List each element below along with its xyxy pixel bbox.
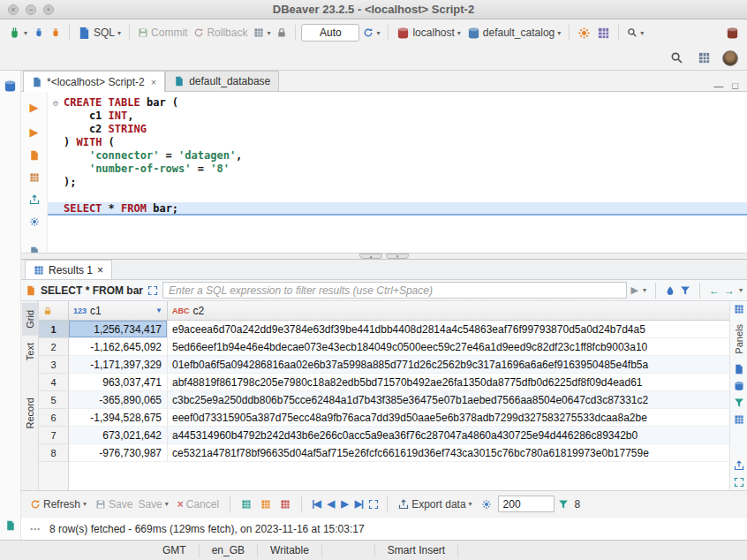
new-connection-button[interactable]: ▾ [5,25,30,42]
refresh-button[interactable]: Refresh▾ [27,496,89,512]
collapse-handle[interactable]: ▴ [359,254,382,259]
expand-query-icon[interactable] [147,285,158,296]
execute-statement-button[interactable]: ▶ [27,99,42,116]
fetch-size-input[interactable] [498,496,555,512]
status-write-mode[interactable]: Writable [258,544,322,557]
editor-settings-button[interactable] [26,215,42,229]
database-navigator-button[interactable] [1,78,19,95]
row-number[interactable]: 5 [39,391,69,409]
tab-grid[interactable]: Grid [22,303,38,336]
expand-handle[interactable]: ▾ [386,254,409,259]
filter-value-icon[interactable] [665,285,675,296]
restore-view-button[interactable] [3,518,19,533]
chevron-down-icon[interactable]: ▾ [643,286,646,294]
grouping-icon[interactable] [734,397,744,408]
cell-c1[interactable]: -1,394,528,675 [69,409,168,427]
tab-default-database[interactable]: default_database [165,71,279,91]
metadata-icon[interactable] [734,381,744,391]
table-row[interactable]: 6-1,394,528,675eeef0d73315905a387d75ecc4… [39,409,729,427]
refresh-mode-button[interactable]: ▾ [360,26,382,40]
fold-collapse-icon[interactable]: ⊖ [48,96,64,110]
cell-c2[interactable]: eeef0d73315905a387d75ecc48a9fb76aca7dd39… [168,409,729,427]
cell-c1[interactable]: -976,730,987 [69,444,168,462]
avatar[interactable] [722,50,738,66]
execute-script-button[interactable] [26,148,42,163]
edit-connection-button[interactable] [48,26,64,40]
search-button[interactable]: ▾ [624,26,646,40]
table-row[interactable]: 2-1,162,645,0925ed66eef1b94e46e4bdecae07… [39,338,729,356]
previous-page-icon[interactable]: ◀ [326,498,336,510]
history-back-icon[interactable]: ← [709,284,720,297]
status-timezone[interactable]: GMT [150,544,200,557]
rollback-button[interactable]: Rollback [191,25,250,41]
commit-mode-select[interactable]: Auto [301,24,359,42]
value-viewer-icon[interactable] [734,364,744,375]
transaction-mode-button[interactable]: ▾ [251,26,273,40]
cell-c2[interactable]: c3bc25e9a250ddb806b75cce62484a1d7b43f385… [168,391,729,409]
maximize-editor-icon[interactable]: □ [732,80,738,91]
edit-value-button[interactable] [238,497,254,511]
timezone-button[interactable] [575,25,593,42]
cell-c2[interactable]: abf48819f861798c205e7980c18a82edb5bd7157… [168,374,729,391]
active-connection-select[interactable]: localhost▾ [394,25,463,42]
titlebar[interactable]: × − + DBeaver 23.2.5 - <localhost> Scrip… [0,0,747,19]
calc-panel-icon[interactable] [734,414,744,425]
history-forward-icon[interactable]: → [724,284,735,297]
cell-c1[interactable]: -365,890,065 [69,391,168,409]
code-line[interactable]: ); [48,176,747,189]
code-line[interactable]: c2 STRING [48,123,747,136]
row-number[interactable]: 8 [39,444,69,462]
cell-c2[interactable]: e9aceea6d70a242dd9e3784e63df39be441dbb44… [168,321,729,338]
table-row[interactable]: 7673,021,642a445314960b4792b242d43b6e266… [39,427,729,444]
connect-button[interactable] [31,26,47,40]
editor-results-splitter[interactable]: ▴ ▾ [21,253,747,260]
minimize-window-button[interactable]: − [26,4,36,15]
row-number[interactable]: 6 [39,409,69,427]
table-row[interactable]: 8-976,730,987ce5321a4781f78bf96635d04af5… [39,444,729,462]
tab-script-2[interactable]: *<localhost> Script-2 × [23,71,165,92]
close-icon[interactable]: × [97,264,103,276]
export-from-query-button[interactable] [26,193,42,207]
cell-c2[interactable]: ce5321a4781f78bf96635d04af5af715e26fcfc6… [168,444,729,462]
minimize-editor-icon[interactable]: — [713,80,723,91]
references-icon[interactable] [734,460,744,471]
delete-row-button[interactable] [277,497,293,511]
save-button[interactable]: SaveSave▾ [93,496,171,512]
column-header-c2[interactable]: ABC c2 [168,301,729,320]
cancel-button[interactable]: ×Cancel [175,496,222,512]
next-page-icon[interactable]: ▶ [339,498,349,510]
code-line[interactable]: 'number-of-rows' = '8' [48,163,747,176]
status-locale[interactable]: en_GB [200,544,258,557]
cell-c1[interactable]: -1,162,645,092 [69,338,168,356]
quick-search-button[interactable] [668,49,686,66]
tab-results-1[interactable]: Results 1 × [25,260,112,279]
maximize-results-icon[interactable] [734,477,744,488]
table-row[interactable]: 11,256,734,417e9aceea6d70a242dd9e3784e63… [39,321,729,338]
pro-edition-button[interactable] [723,25,742,42]
tab-text[interactable]: Text [22,336,38,367]
filter-input[interactable] [162,282,626,299]
code-line[interactable]: ⊖CREATE TABLE bar ( [48,96,747,110]
execute-new-tab-button[interactable]: ▶ [27,124,42,140]
tab-record[interactable]: Record [22,390,38,435]
last-page-icon[interactable]: ▶| [353,498,366,510]
table-row[interactable]: 5-365,890,065c3bc25e9a250ddb806b75cce624… [39,391,729,409]
filter-funnel-icon[interactable] [680,285,690,296]
close-window-button[interactable]: × [8,4,19,15]
cell-c1[interactable]: 1,256,734,417 [69,321,168,338]
code-line[interactable]: SELECT * FROM bar; [48,202,747,216]
grid-corner-cell[interactable] [39,301,69,320]
row-number[interactable]: 7 [39,427,69,444]
row-number[interactable]: 3 [39,356,69,374]
grid-settings-button[interactable] [479,497,494,511]
more-icon[interactable]: ··· [30,523,41,535]
close-icon[interactable]: × [151,77,156,87]
cell-c2[interactable]: 01efb0a6f5a094286816aa02e6b37a5998a885d7… [168,356,729,374]
row-number[interactable]: 4 [39,374,69,391]
code-line[interactable]: ) WITH ( [48,136,747,149]
panels-icon[interactable] [734,304,744,314]
sort-icon[interactable]: ▼ [155,306,162,314]
cell-c1[interactable]: 673,021,642 [69,427,168,444]
sql-editor-button[interactable]: SQL▾ [75,25,124,42]
row-number[interactable]: 2 [39,338,69,356]
